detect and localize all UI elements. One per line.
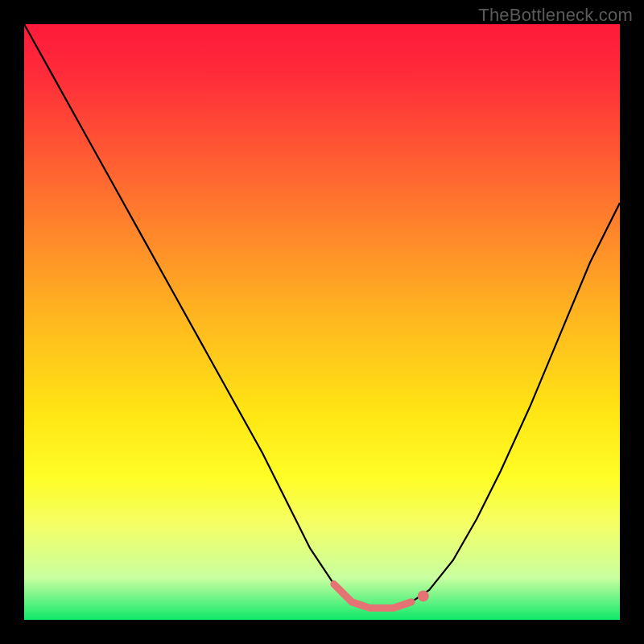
plot-area [24, 24, 620, 620]
chart-svg [24, 24, 620, 620]
watermark-text: TheBottleneck.com [478, 5, 633, 26]
highlight-dot [418, 590, 429, 601]
highlight-segment [334, 584, 411, 609]
bottleneck-curve [24, 24, 620, 608]
chart-frame: TheBottleneck.com [0, 0, 644, 644]
